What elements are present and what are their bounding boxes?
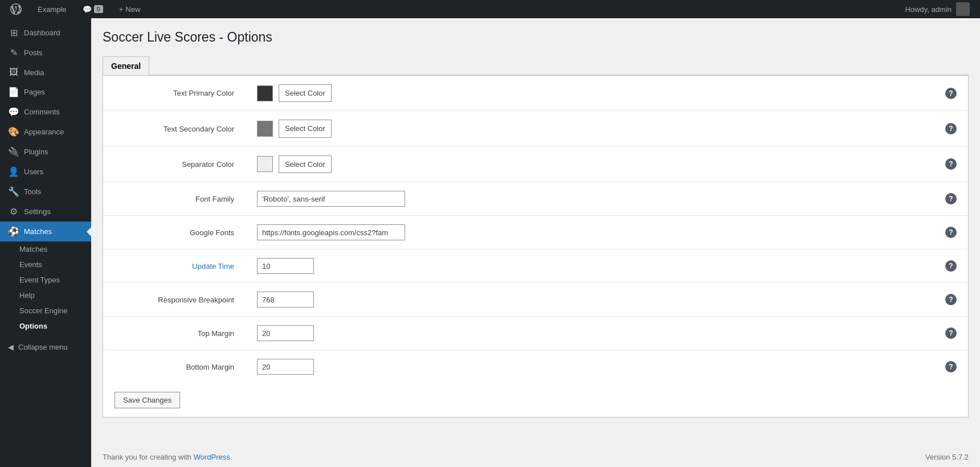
save-changes-button[interactable]: Save Changes <box>115 392 180 408</box>
sidebar-item-pages[interactable]: 📄 Pages <box>0 82 91 102</box>
media-icon: 🖼 <box>8 67 19 77</box>
field-label-google-fonts: Google Fonts <box>103 216 246 249</box>
collapse-icon: ◀ <box>8 343 14 351</box>
footer-version: Version 5.7.2 <box>925 453 969 461</box>
sidebar-item-media[interactable]: 🖼 Media <box>0 63 91 82</box>
comments-button[interactable]: 💬 0 <box>78 0 108 18</box>
field-label-font-family: Font Family <box>103 182 246 216</box>
update-time-input[interactable] <box>257 258 314 274</box>
table-row: Responsive Breakpoint ? <box>103 283 968 317</box>
help-icon-primary[interactable]: ? <box>945 88 957 99</box>
help-icon-top-margin[interactable]: ? <box>945 327 957 339</box>
select-color-button-primary[interactable]: Select Color <box>279 84 332 102</box>
sidebar-item-label: Settings <box>24 207 51 216</box>
comment-icon: 💬 <box>83 5 92 14</box>
field-cell-font-family: ? <box>246 182 968 216</box>
admin-bar: Example 💬 0 + New Howdy, admin <box>0 0 980 18</box>
tab-general[interactable]: General <box>103 56 149 75</box>
field-cell-responsive-breakpoint: ? <box>246 283 968 317</box>
sidebar-item-label: Posts <box>24 48 43 57</box>
sidebar-item-appearance[interactable]: 🎨 Appearance <box>0 122 91 142</box>
font-family-input[interactable] <box>257 191 405 207</box>
new-content-button[interactable]: + New <box>115 0 145 18</box>
footer-credit: Thank you for creating with WordPress. <box>103 453 232 461</box>
field-cell-bottom-margin: ? <box>246 350 968 384</box>
howdy-label[interactable]: Howdy, admin <box>901 0 974 18</box>
plugins-icon: 🔌 <box>8 146 19 157</box>
submenu-item-events[interactable]: Events <box>0 257 91 272</box>
help-icon-google-fonts[interactable]: ? <box>945 227 957 238</box>
responsive-breakpoint-input[interactable] <box>257 292 314 308</box>
bottom-margin-input[interactable] <box>257 359 314 375</box>
field-cell-text-secondary-color: Select Color ? <box>246 111 968 146</box>
sidebar-item-dashboard[interactable]: ⊞ Dashboard <box>0 23 91 43</box>
table-row: Google Fonts ? <box>103 216 968 249</box>
sidebar-item-label: Tools <box>24 187 41 196</box>
sidebar-item-plugins[interactable]: 🔌 Plugins <box>0 142 91 162</box>
sidebar-item-settings[interactable]: ⚙ Settings <box>0 202 91 222</box>
help-icon-secondary[interactable]: ? <box>945 123 957 134</box>
sidebar-item-comments[interactable]: 💬 Comments <box>0 102 91 122</box>
settings-icon: ⚙ <box>8 206 19 217</box>
help-icon-update-time[interactable]: ? <box>945 260 957 272</box>
page-title: Soccer Live Scores - Options <box>103 30 969 45</box>
field-label-separator-color: Separator Color <box>103 146 246 182</box>
collapse-label: Collapse menu <box>18 343 68 351</box>
sidebar-item-label: Media <box>24 68 44 77</box>
sidebar-item-label: Matches <box>24 227 52 236</box>
sidebar-item-label: Users <box>24 167 43 176</box>
field-label-update-time: Update Time <box>103 249 246 283</box>
color-swatch-separator[interactable] <box>257 156 273 172</box>
form-table: Text Primary Color Select Color ? <box>103 76 968 383</box>
help-icon-responsive-breakpoint[interactable]: ? <box>945 294 957 305</box>
submenu-item-options[interactable]: Options <box>0 318 91 334</box>
comments-icon: 💬 <box>8 106 19 117</box>
field-cell-top-margin: ? <box>246 317 968 350</box>
submenu-item-event-types[interactable]: Event Types <box>0 272 91 288</box>
color-swatch-primary[interactable] <box>257 85 273 101</box>
wp-logo-button[interactable] <box>6 0 26 18</box>
dashboard-icon: ⊞ <box>8 27 19 38</box>
sidebar-item-tools[interactable]: 🔧 Tools <box>0 182 91 202</box>
submenu-item-help[interactable]: Help <box>0 288 91 303</box>
field-cell-separator-color: Select Color ? <box>246 146 968 182</box>
sidebar-item-posts[interactable]: ✎ Posts <box>0 43 91 63</box>
select-color-button-separator[interactable]: Select Color <box>279 155 332 173</box>
sidebar-item-label: Dashboard <box>24 28 60 37</box>
google-fonts-input[interactable] <box>257 224 405 240</box>
top-margin-input[interactable] <box>257 325 314 341</box>
sidebar-item-matches[interactable]: ⚽ Matches <box>0 222 91 241</box>
active-arrow <box>87 227 91 236</box>
submenu-item-soccer-engine[interactable]: Soccer Engine <box>0 303 91 318</box>
field-label-responsive-breakpoint: Responsive Breakpoint <box>103 283 246 317</box>
table-row: Font Family ? <box>103 182 968 216</box>
users-icon: 👤 <box>8 166 19 177</box>
help-icon-bottom-margin[interactable]: ? <box>945 361 957 372</box>
matches-icon: ⚽ <box>8 226 19 237</box>
appearance-icon: 🎨 <box>8 126 19 137</box>
tab-wrapper: General <box>103 56 969 75</box>
plus-icon: + <box>119 5 124 14</box>
color-swatch-secondary[interactable] <box>257 121 273 137</box>
sidebar-item-users[interactable]: 👤 Users <box>0 162 91 182</box>
field-label-top-margin: Top Margin <box>103 317 246 350</box>
sidebar-item-label: Pages <box>24 88 45 96</box>
submenu-item-matches[interactable]: Matches <box>0 241 91 257</box>
table-row: Update Time ? <box>103 249 968 283</box>
select-color-button-secondary[interactable]: Select Color <box>279 120 332 137</box>
collapse-menu-button[interactable]: ◀ Collapse menu <box>0 338 91 356</box>
pages-icon: 📄 <box>8 87 19 97</box>
field-cell-text-primary-color: Select Color ? <box>246 76 968 111</box>
table-row: Text Secondary Color Select Color ? <box>103 111 968 146</box>
help-icon-font-family[interactable]: ? <box>945 193 957 204</box>
help-icon-separator[interactable]: ? <box>945 158 957 170</box>
comment-count: 0 <box>94 5 103 13</box>
site-name-button[interactable]: Example <box>33 0 71 18</box>
user-avatar <box>956 2 970 16</box>
sidebar: ⊞ Dashboard ✎ Posts 🖼 Media 📄 Pages 💬 Co… <box>0 18 91 467</box>
field-cell-google-fonts: ? <box>246 216 968 249</box>
field-label-text-secondary-color: Text Secondary Color <box>103 111 246 146</box>
tools-icon: 🔧 <box>8 186 19 197</box>
sidebar-item-label: Comments <box>24 108 60 116</box>
wordpress-link[interactable]: WordPress. <box>194 453 232 461</box>
